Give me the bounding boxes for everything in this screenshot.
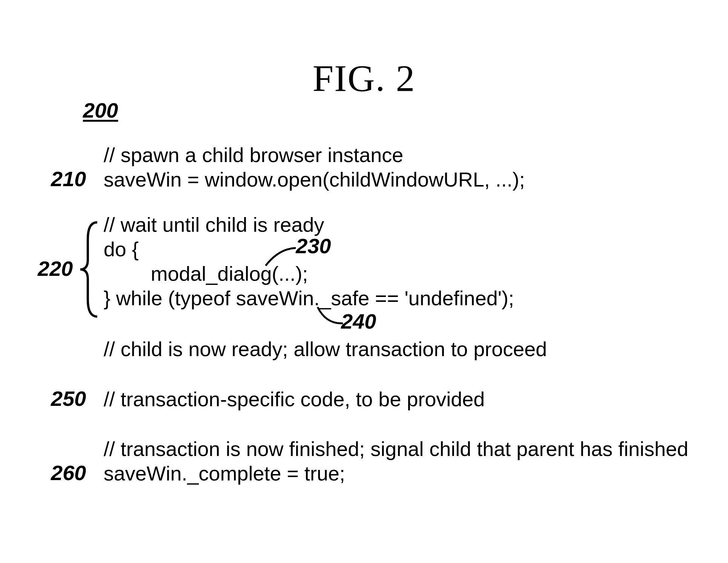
code-complete: saveWin._complete = true; <box>104 462 345 485</box>
figure-main-ref: 200 <box>83 98 118 122</box>
ref-230: 230 <box>296 234 331 258</box>
ref-260: 260 <box>51 460 86 485</box>
code-while-close: } while (typeof saveWin._safe == 'undefi… <box>104 286 514 310</box>
ref-210: 210 <box>51 167 86 191</box>
comment-wait: // wait until child is ready <box>104 213 324 236</box>
callout-arc-230 <box>264 245 298 268</box>
comment-ready: // child is now ready; allow transaction… <box>104 337 547 361</box>
figure-title: FIG. 2 <box>0 57 728 100</box>
comment-transaction-specific: // transaction-specific code, to be prov… <box>104 387 485 411</box>
brace-220 <box>78 220 101 318</box>
code-do-open: do { <box>104 237 139 261</box>
ref-220: 220 <box>38 256 73 281</box>
comment-finished: // transaction is now finished; signal c… <box>104 437 688 460</box>
callout-arc-240 <box>315 305 345 328</box>
ref-250: 250 <box>51 386 86 411</box>
ref-240: 240 <box>341 309 376 334</box>
code-savewin-open: saveWin = window.open(childWindowURL, ..… <box>104 168 525 191</box>
comment-spawn: // spawn a child browser instance <box>104 143 403 167</box>
